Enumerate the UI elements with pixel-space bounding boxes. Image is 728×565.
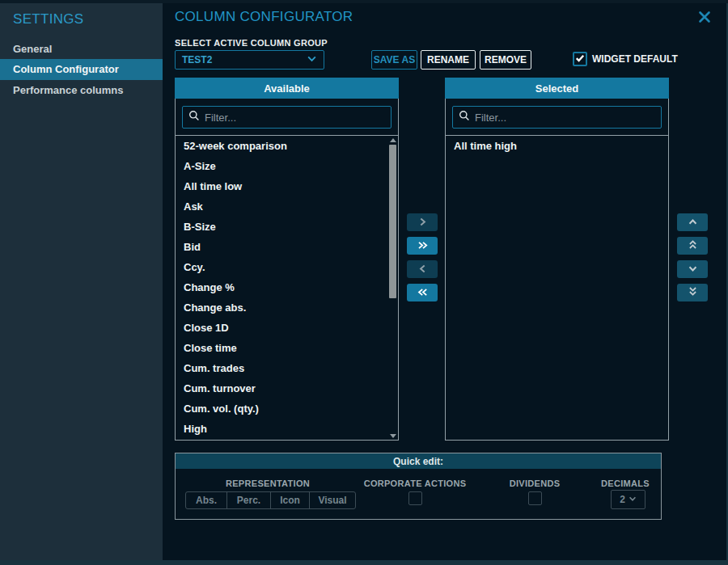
list-item-52-week-comparison[interactable]: 52-week comparison	[176, 136, 398, 156]
search-icon	[459, 110, 475, 124]
quick-edit-title: Quick edit:	[176, 453, 661, 469]
selected-panel-title: Selected	[445, 78, 669, 99]
selected-panel: Selected All time high	[445, 78, 669, 441]
available-list: 52-week comparisonA-SizeAll time lowAskB…	[176, 136, 398, 440]
representation-label: REPRESENTATION	[226, 479, 310, 488]
list-item-ask[interactable]: Ask	[176, 196, 398, 217]
corporate-actions-checkbox[interactable]	[408, 491, 422, 505]
list-item-change-abs[interactable]: Change abs.	[176, 297, 398, 318]
double-chevron-left-icon	[417, 287, 428, 299]
remove-button[interactable]: REMOVE	[480, 50, 531, 70]
scroll-down-icon[interactable]	[388, 432, 397, 439]
list-item-b-size[interactable]: B-Size	[176, 217, 398, 237]
decimals-value: 2	[620, 494, 625, 505]
move-all-left-button[interactable]	[407, 284, 438, 301]
available-panel-body: 52-week comparisonA-SizeAll time lowAskB…	[175, 99, 399, 441]
chevron-down-icon	[629, 494, 637, 505]
available-scrollbar	[388, 137, 397, 439]
representation-option-perc[interactable]: Perc.	[226, 492, 270, 508]
list-item-cum-vol-qty[interactable]: Cum. vol. (qty.)	[176, 398, 398, 419]
chevron-up-icon	[688, 217, 697, 229]
widget-default-checkbox[interactable]	[573, 52, 587, 66]
sidebar-item-general[interactable]: General	[0, 39, 163, 59]
available-filter	[182, 106, 392, 129]
checkmark-icon	[575, 52, 585, 66]
selected-panel-body: All time high	[445, 99, 669, 441]
double-chevron-right-icon	[417, 240, 428, 252]
representation-option-icon[interactable]: Icon	[270, 492, 309, 508]
available-filter-input[interactable]	[205, 112, 385, 124]
chevron-left-icon	[418, 264, 427, 276]
settings-title: SETTINGS	[0, 3, 163, 27]
transfer-buttons	[407, 213, 438, 307]
settings-sidebar: SETTINGS GeneralColumn ConfiguratorPerfo…	[0, 3, 163, 560]
list-item-all-time-low[interactable]: All time low	[176, 176, 398, 196]
column-configurator-panel: COLUMN CONFIGURATOR SELECT ACTIVE COLUMN…	[163, 3, 728, 560]
list-item-cum-trades[interactable]: Cum. trades	[176, 358, 398, 378]
representation-toggle-group: Abs.Perc.IconVisual	[185, 491, 356, 509]
list-item-close-time[interactable]: Close time	[176, 338, 398, 358]
selected-list: All time high	[446, 136, 668, 440]
move-all-right-button[interactable]	[407, 237, 438, 255]
chevron-down-icon	[688, 264, 697, 276]
double-chevron-up-icon	[688, 239, 697, 252]
list-item-high[interactable]: High	[176, 419, 398, 439]
list-item-close-1d[interactable]: Close 1D	[176, 318, 398, 338]
window-bottom-edge	[0, 560, 728, 565]
active-column-group-label: SELECT ACTIVE COLUMN GROUP	[175, 38, 328, 48]
chevron-down-icon	[307, 53, 317, 67]
selected-filter	[452, 106, 662, 129]
page-title: COLUMN CONFIGURATOR	[175, 9, 353, 25]
move-left-button[interactable]	[407, 260, 438, 278]
available-panel-title: Available	[175, 78, 399, 99]
list-item-cum-turnover[interactable]: Cum. turnover	[176, 378, 398, 398]
move-to-top-button[interactable]	[677, 237, 708, 255]
close-icon[interactable]	[697, 10, 712, 24]
reorder-buttons	[677, 213, 708, 307]
decimals-select[interactable]: 2	[611, 490, 645, 509]
double-chevron-down-icon	[688, 286, 697, 299]
dividends-label: DIVIDENDS	[510, 479, 561, 488]
quick-edit-section: Quick edit: REPRESENTATION CORPORATE ACT…	[175, 453, 662, 520]
available-panel: Available 52-week comparisonA-SizeAll ti…	[175, 78, 399, 441]
corporate-actions-label: CORPORATE ACTIONS	[364, 479, 467, 488]
move-up-button[interactable]	[677, 213, 708, 231]
move-to-bottom-button[interactable]	[677, 284, 708, 301]
list-item-ccy[interactable]: Ccy.	[176, 257, 398, 277]
widget-default-label: WIDGET DEFAULT	[592, 53, 678, 65]
scrollbar-thumb[interactable]	[389, 145, 396, 298]
list-item-bid[interactable]: Bid	[176, 237, 398, 257]
settings-nav: GeneralColumn ConfiguratorPerformance co…	[0, 39, 163, 100]
list-item-a-size[interactable]: A-Size	[176, 156, 398, 176]
list-item-change[interactable]: Change %	[176, 277, 398, 297]
move-down-button[interactable]	[677, 260, 708, 278]
list-item-all-time-high[interactable]: All time high	[446, 136, 668, 156]
column-group-value: TEST2	[182, 54, 212, 65]
representation-option-abs[interactable]: Abs.	[186, 492, 226, 508]
scroll-up-icon[interactable]	[388, 137, 397, 143]
column-group-select[interactable]: TEST2	[175, 50, 324, 70]
rename-button[interactable]: RENAME	[421, 50, 476, 70]
save-as-button[interactable]: SAVE AS	[371, 50, 417, 70]
move-right-button[interactable]	[407, 213, 438, 231]
search-icon	[188, 110, 205, 124]
sidebar-item-performance-columns[interactable]: Performance columns	[0, 80, 163, 100]
chevron-right-icon	[418, 217, 427, 229]
representation-option-visual[interactable]: Visual	[309, 492, 355, 508]
sidebar-item-column-configurator[interactable]: Column Configurator	[0, 59, 163, 80]
selected-filter-input[interactable]	[475, 112, 655, 124]
dividends-checkbox[interactable]	[528, 491, 542, 505]
decimals-label: DECIMALS	[601, 479, 650, 488]
